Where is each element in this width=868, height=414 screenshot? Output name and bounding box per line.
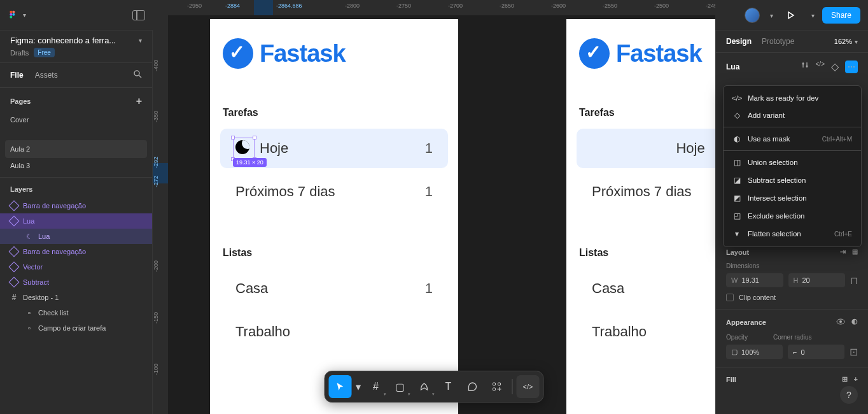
layer-label: Campo de criar tarefa bbox=[38, 324, 106, 332]
tab-design[interactable]: Design bbox=[726, 37, 752, 46]
figma-menu[interactable]: ▾ bbox=[8, 10, 26, 20]
menu-item-union[interactable]: ◫ Union selection bbox=[724, 153, 861, 171]
constrain-icon[interactable]: ⊓ bbox=[850, 273, 858, 287]
frame-tool[interactable]: #▾ bbox=[365, 375, 388, 398]
layer-item[interactable]: # Desktop - 1 bbox=[0, 290, 152, 305]
menu-item-exclude[interactable]: ◰ Exclude selection bbox=[724, 207, 861, 225]
height-field[interactable]: H20 bbox=[788, 273, 846, 287]
file-title[interactable]: Figma: conhecendo a ferra... bbox=[10, 36, 116, 45]
task-item[interactable]: 19.31 × 20 Hoje 1 bbox=[220, 129, 448, 168]
ruler-vertical[interactable]: -400 -350 -292 -272 -200 -150 -100 bbox=[153, 15, 168, 414]
code-icon[interactable]: </> bbox=[816, 61, 825, 73]
component-icon bbox=[9, 262, 20, 273]
independent-corners-icon[interactable]: ⊡ bbox=[850, 345, 858, 359]
menu-item-mark-ready[interactable]: </> Mark as ready for dev bbox=[724, 90, 861, 106]
blend-icon[interactable]: ◐ bbox=[851, 317, 858, 327]
chevron-down-icon[interactable]: ▾ bbox=[811, 12, 815, 19]
moon-selection[interactable]: 19.31 × 20 bbox=[235, 140, 252, 157]
layer-item[interactable]: Barra de navegação bbox=[0, 244, 152, 259]
layer-label: Subtract bbox=[23, 278, 49, 286]
list-item[interactable]: Casa 1 bbox=[220, 269, 448, 308]
task-item[interactable]: Hoje bbox=[577, 129, 715, 168]
canvas[interactable]: -2950 -2884 -2864.686 -2800 -2750 -2700 … bbox=[153, 0, 715, 414]
layer-item[interactable]: Vector bbox=[0, 259, 152, 275]
chevron-down-icon[interactable]: ▾ bbox=[770, 12, 773, 19]
subtract-icon: ◪ bbox=[732, 176, 741, 185]
list-count: 1 bbox=[425, 280, 433, 297]
menu-item-intersect[interactable]: ◩ Intersect selection bbox=[724, 189, 861, 207]
menu-item-use-mask[interactable]: ◐ Use as mask Ctrl+Alt+M bbox=[724, 130, 861, 148]
dimension-badge: 19.31 × 20 bbox=[233, 158, 267, 167]
ruler-tick: -2700 bbox=[448, 3, 463, 9]
add-fill-icon[interactable]: + bbox=[854, 375, 858, 383]
ruler-tick: -200 bbox=[153, 261, 168, 272]
avatar[interactable] bbox=[745, 8, 760, 23]
menu-label: Mark as ready for dev bbox=[748, 94, 818, 102]
layer-item[interactable]: Lua bbox=[0, 213, 152, 229]
component-icon bbox=[9, 246, 20, 257]
auto-layout-add-icon[interactable]: ⊞ bbox=[852, 248, 858, 256]
menu-label: Add variant bbox=[748, 111, 785, 119]
zoom-level[interactable]: 162%▾ bbox=[834, 38, 858, 45]
help-button[interactable]: ? bbox=[840, 386, 858, 404]
page-item[interactable]: Aula 3 bbox=[0, 158, 152, 173]
code-icon: </> bbox=[732, 94, 741, 102]
move-tool[interactable] bbox=[329, 375, 352, 398]
layer-item[interactable]: ▫ Check list bbox=[0, 305, 152, 320]
list-item[interactable]: Trabalho bbox=[577, 312, 715, 352]
ruler-tick: -2800 bbox=[345, 3, 360, 9]
share-button[interactable]: Share bbox=[822, 7, 860, 24]
menu-item-flatten[interactable]: ▾ Flatten selection Ctrl+E bbox=[724, 225, 861, 243]
page-item[interactable]: Cover bbox=[0, 112, 152, 127]
layer-label: Desktop - 1 bbox=[23, 294, 59, 301]
menu-item-add-variant[interactable]: ◇ Add variant bbox=[724, 106, 861, 124]
layer-item[interactable]: ▫ Campo de criar tarefa bbox=[0, 320, 152, 336]
shape-tool[interactable]: ▢▾ bbox=[389, 375, 412, 398]
tab-file[interactable]: File bbox=[10, 71, 24, 80]
corner-field[interactable]: ⌐0 bbox=[788, 345, 844, 359]
panel-toggle-icon[interactable] bbox=[132, 10, 145, 20]
tab-prototype[interactable]: Prototype bbox=[762, 37, 794, 46]
ruler-tick: -2600 bbox=[551, 3, 566, 9]
page-item[interactable]: Aula 2 bbox=[5, 140, 147, 158]
task-item[interactable]: Próximos 7 dias bbox=[577, 172, 715, 211]
artboard[interactable]: Fastask Tarefas 19.31 × 20 Hoje 1 Próxim… bbox=[210, 19, 458, 414]
ruler-tick: -150 bbox=[153, 312, 168, 324]
search-icon[interactable] bbox=[133, 69, 142, 81]
pen-tool[interactable]: ▾ bbox=[413, 375, 436, 398]
width-field[interactable]: W19.31 bbox=[726, 273, 783, 287]
task-item[interactable]: Próximos 7 dias 1 bbox=[220, 172, 448, 211]
layer-label: Lua bbox=[23, 217, 34, 225]
ruler-horizontal[interactable]: -2950 -2884 -2864.686 -2800 -2750 -2700 … bbox=[168, 0, 715, 15]
more-button[interactable]: ⋯ bbox=[845, 61, 858, 73]
list-item[interactable]: Trabalho bbox=[220, 312, 448, 352]
menu-item-subtract[interactable]: ◪ Subtract selection bbox=[724, 171, 861, 189]
artboard[interactable]: Fastask Tarefas Hoje Próximos 7 dias Lis… bbox=[566, 19, 715, 414]
tool-chevron[interactable]: ▾ bbox=[353, 375, 363, 398]
tab-assets[interactable]: Assets bbox=[35, 71, 58, 80]
auto-layout-icon[interactable]: ⇥ bbox=[840, 248, 846, 256]
settings-icon[interactable] bbox=[801, 61, 809, 73]
dev-mode-tool[interactable]: </> bbox=[517, 375, 540, 398]
layer-item[interactable]: ☾ Lua bbox=[0, 229, 152, 244]
layer-item[interactable]: Subtract bbox=[0, 275, 152, 290]
list-label: Trabalho bbox=[235, 324, 290, 340]
chevron-down-icon[interactable]: ▾ bbox=[139, 37, 142, 44]
layer-item[interactable]: Barra de navegação bbox=[0, 198, 152, 213]
grid-icon[interactable]: ⊞ bbox=[842, 375, 848, 383]
list-item[interactable]: Casa bbox=[577, 269, 715, 308]
visibility-icon[interactable] bbox=[836, 317, 845, 327]
comment-tool[interactable] bbox=[461, 375, 484, 398]
clip-content-checkbox[interactable] bbox=[726, 294, 734, 301]
actions-tool[interactable] bbox=[486, 375, 508, 398]
drafts-label[interactable]: Drafts bbox=[10, 49, 29, 57]
opacity-field[interactable]: ▢100% bbox=[726, 345, 783, 359]
free-badge[interactable]: Free bbox=[34, 48, 55, 57]
present-button[interactable] bbox=[781, 5, 801, 25]
brand-name: Fastask bbox=[260, 40, 346, 68]
section-title: Listas bbox=[210, 215, 458, 265]
component-icon[interactable]: ◇ bbox=[831, 61, 839, 73]
add-page-icon[interactable]: + bbox=[136, 96, 142, 107]
text-tool[interactable]: T bbox=[437, 375, 460, 398]
list-label: Casa bbox=[235, 280, 268, 297]
